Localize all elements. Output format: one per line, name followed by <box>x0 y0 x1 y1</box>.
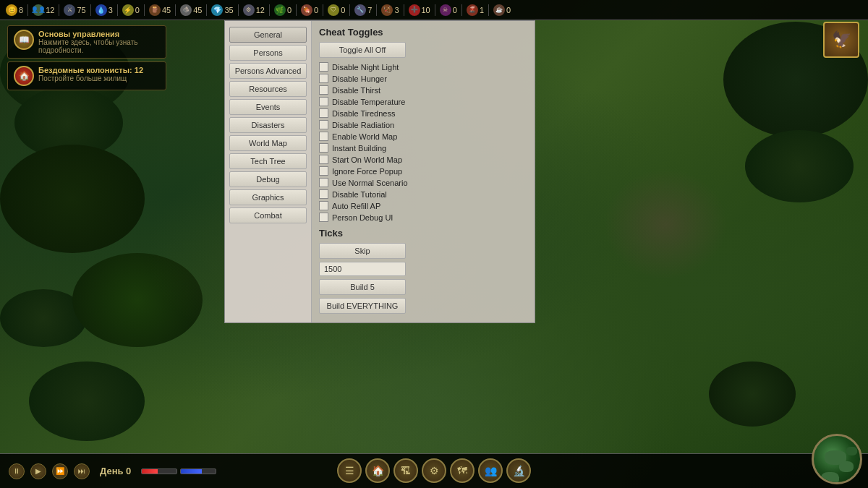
resource-bar: 😊 8 👤👤 12 ⚔ 75 💧 3 ⚡ 0 🪵 45 🪨 45 💎 35 ⚙ … <box>0 0 868 20</box>
checkbox-icon <box>319 120 328 129</box>
checkbox-instant-building[interactable]: Instant Building <box>319 143 527 153</box>
checkbox-start-on-world-map[interactable]: Start On World Map <box>319 155 527 164</box>
checkbox-icon <box>319 143 328 153</box>
checkbox-icon <box>319 97 328 106</box>
minimap[interactable] <box>812 434 862 484</box>
medicine-icon: ➕ <box>409 4 420 16</box>
people-btn[interactable]: 👥 <box>478 458 503 483</box>
resource-wood: 🪵 45 <box>149 4 171 16</box>
checkbox-icon <box>319 201 328 210</box>
notification-homeless[interactable]: 🏠 Бездомные колонисты: 12 Постройте боль… <box>7 61 166 90</box>
resource-medicine: ➕ 10 <box>409 4 430 16</box>
checkbox-icon <box>319 132 328 141</box>
nav-debug[interactable]: Debug <box>229 171 307 187</box>
top-right-decoration: 🦅 <box>823 22 859 58</box>
nav-resources[interactable]: Resources <box>229 81 307 97</box>
nav-general[interactable]: General <box>229 27 307 43</box>
checkbox-disable-tiredness[interactable]: Disable Tiredness <box>319 108 527 118</box>
nav-persons[interactable]: Persons <box>229 45 307 61</box>
checkbox-icon <box>319 178 328 187</box>
build-everything-btn[interactable]: Build EVERYTHING <box>319 298 406 314</box>
checkbox-icon <box>319 85 328 95</box>
map-btn[interactable]: 🗺 <box>450 458 475 483</box>
checkbox-disable-tutorial[interactable]: Disable Tutorial <box>319 189 527 199</box>
stone-icon: 🪨 <box>180 4 192 16</box>
checkbox-person-debug-ui[interactable]: Person Debug UI <box>319 213 527 222</box>
faster-btn[interactable]: ⏭ <box>74 463 90 479</box>
resource-tools: 🔧 7 <box>354 4 372 16</box>
homeless-icon: 🏠 <box>14 66 34 86</box>
resource-arrows: 🏹 3 <box>381 4 399 16</box>
resource-metal: ⚙ 12 <box>243 4 265 16</box>
checkbox-disable-thirst[interactable]: Disable Thirst <box>319 85 527 95</box>
globe-land-4 <box>846 447 857 455</box>
play-btn[interactable]: ▶ <box>30 463 46 479</box>
resource-herbs: 🌿 0 <box>274 4 292 16</box>
arrows-icon: 🏹 <box>381 4 393 16</box>
housing-btn[interactable]: 🏠 <box>365 458 390 483</box>
menu-btn[interactable]: ☰ <box>337 458 362 483</box>
cheat-content: Cheat Toggles Toggle All Off Disable Nig… <box>312 21 535 322</box>
nav-persons-advanced[interactable]: Persons Advanced <box>229 63 307 79</box>
resource-happiness: 😊 8 <box>6 4 23 16</box>
poison-icon: ☠ <box>440 4 451 16</box>
checkbox-enable-world-map[interactable]: Enable World Map <box>319 132 527 141</box>
checkbox-auto-refill-ap[interactable]: Auto Refill AP <box>319 201 527 210</box>
resource-stone: 🪨 45 <box>180 4 202 16</box>
nav-events[interactable]: Events <box>229 99 307 115</box>
checkbox-disable-radiation[interactable]: Disable Radiation <box>319 120 527 129</box>
checkbox-ignore-force-popup[interactable]: Ignore Force Popup <box>319 166 527 176</box>
nav-tech-tree[interactable]: Tech Tree <box>229 153 307 169</box>
resource-coffee: ☕ 0 <box>493 4 511 16</box>
resource-food: 🍖 0 <box>301 4 318 16</box>
checkbox-disable-hunger[interactable]: Disable Hunger <box>319 74 527 83</box>
ticks-title: Ticks <box>319 228 527 239</box>
skip-btn[interactable]: Skip <box>319 243 406 259</box>
coffee-icon: ☕ <box>493 4 505 16</box>
soldiers-icon: ⚔ <box>64 4 75 16</box>
checkbox-disable-night-light[interactable]: Disable Night Light <box>319 62 527 72</box>
nav-combat[interactable]: Combat <box>229 207 307 223</box>
armor-icon: 🛡 <box>328 4 339 16</box>
nav-world-map[interactable]: World Map <box>229 135 307 151</box>
day-display: День 0 <box>100 466 131 476</box>
pause-btn[interactable]: ⏸ <box>9 463 25 479</box>
nav-graphics[interactable]: Graphics <box>229 189 307 205</box>
bottom-center-buttons: ☰ 🏠 🏗 ⚙ 🗺 👥 🔬 <box>337 458 531 483</box>
resource-energy: ⚡ 0 <box>122 4 140 16</box>
resource-crystals: 💎 35 <box>211 4 233 16</box>
notification-tutorial[interactable]: 📖 Основы управления Нажмите здесь, чтобы… <box>7 25 166 59</box>
checkbox-use-normal-scenario[interactable]: Use Normal Scenario <box>319 178 527 187</box>
globe-land-2 <box>839 461 854 472</box>
toggle-all-btn[interactable]: Toggle All Off <box>319 42 406 58</box>
health-bar-red <box>141 468 177 474</box>
fast-btn[interactable]: ⏩ <box>52 463 68 479</box>
checkbox-icon <box>319 166 328 176</box>
settings-btn[interactable]: ⚙ <box>422 458 446 483</box>
tools-icon: 🔧 <box>354 4 366 16</box>
build5-btn[interactable]: Build 5 <box>319 279 406 295</box>
metal-icon: ⚙ <box>243 4 255 16</box>
ticks-input[interactable] <box>319 262 406 276</box>
happiness-icon: 😊 <box>6 4 17 16</box>
health-fill-red <box>142 469 158 474</box>
health-fill-blue <box>181 469 202 474</box>
resource-armor: 🛡 0 <box>328 4 345 16</box>
section-title: Cheat Toggles <box>319 27 527 38</box>
checkbox-icon <box>319 62 328 72</box>
checkbox-icon <box>319 213 328 222</box>
build-btn[interactable]: 🏗 <box>393 458 418 483</box>
cheat-panel: General Persons Persons Advanced Resourc… <box>224 20 535 323</box>
herbs-icon: 🌿 <box>274 4 286 16</box>
resource-population: 👤👤 12 <box>33 4 54 16</box>
food-icon: 🍖 <box>301 4 312 16</box>
corner-icon: 🦅 <box>823 22 859 58</box>
research-btn[interactable]: 🔬 <box>506 458 531 483</box>
resource-soldiers: ⚔ 75 <box>64 4 85 16</box>
checkbox-icon <box>319 189 328 199</box>
ticks-section: Ticks Skip Build 5 Build EVERYTHING <box>319 228 527 314</box>
nav-disasters[interactable]: Disasters <box>229 117 307 133</box>
resource-water: 💧 3 <box>95 4 113 16</box>
checkbox-disable-temperature[interactable]: Disable Temperature <box>319 97 527 106</box>
health-bars <box>141 468 216 474</box>
